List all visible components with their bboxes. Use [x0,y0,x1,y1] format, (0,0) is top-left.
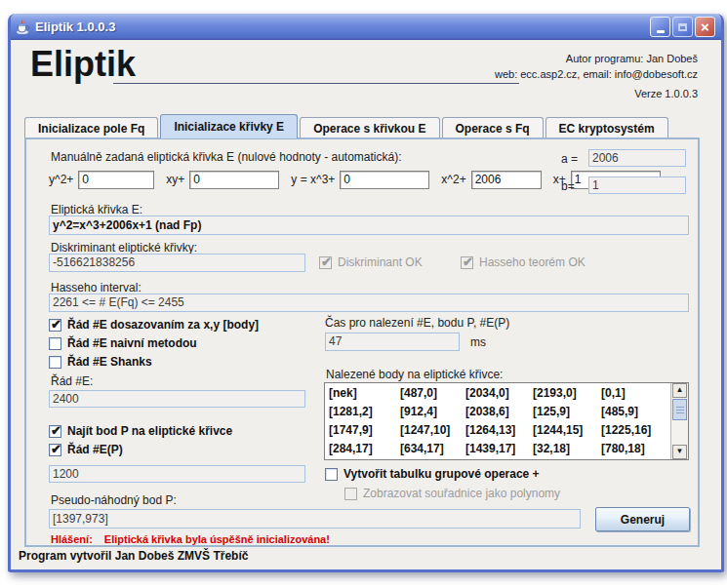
minimize-button[interactable] [650,17,670,37]
hasse-interval-field: 2261 <= # E(Fq) <= 2455 [49,294,689,312]
curve-label: Eliptická křivka E: [51,203,142,216]
pseudo-random-point-label: Pseudo-náhodný bod P: [51,493,177,507]
a-value-field: 2006 [588,149,686,167]
app-window: Eliptik 1.0.0.3 × Eliptik Autor programu… [8,14,724,572]
point-cell[interactable]: [nek] [329,386,400,400]
coef-a1-input[interactable] [78,171,154,189]
coef-a2-input[interactable] [340,171,429,189]
group-table-label: Vytvořit tabulku grupové operace + [343,467,540,481]
close-icon: × [701,20,709,34]
group-table-row: Vytvořit tabulku grupové operace + [325,467,540,481]
status-message: Hlášení:Eliptická křivka byla úspěšně in… [51,533,330,545]
window-client-area: Eliptik Autor programu: Jan Dobeš web: e… [11,40,721,569]
hasse-interval-label: Hasseho interval: [51,281,141,294]
order-e-value-field: 2400 [49,390,305,408]
order-method-naive-row: Řád #E naivní metodou [49,336,197,350]
point-cell[interactable]: [485,9] [601,405,669,418]
tab-inicializace-pole-fq[interactable]: Inicializace pole Fq [24,117,158,138]
order-method-shanks-checkbox[interactable] [49,356,61,369]
term-y2-label: y^2+ [49,173,73,186]
time-unit-label: ms [470,335,486,349]
coef-a4-input[interactable] [471,171,542,189]
order-ep-value-field: 1200 [49,465,305,483]
time-value-field: 47 [325,333,460,351]
version-text: Verze 1.0.0.3 [634,88,698,99]
maximize-icon [678,23,687,31]
order-e-label: Řád #E: [51,374,93,388]
tab-bar: Inicializace pole FqInicializace křivky … [24,114,670,137]
discriminant-value-field: -516621838256 [49,254,305,272]
curve-value-field: y^2=x^3+2006x+1 (nad Fp) [49,216,689,235]
point-cell[interactable]: [284,17] [329,442,400,455]
point-cell[interactable]: [1247,10] [400,423,465,437]
minimize-icon [657,30,665,33]
term-x3-label: y = x^3+ [291,173,335,186]
time-label: Čas pro nalezení #E, bodu P, #E(P) [325,316,509,330]
hasse-ok-label: Hasseho teorém OK [479,255,586,269]
status-bar: Program vytvořil Jan Dobeš ZMVŠ Třebíč [19,549,248,563]
found-points-label: Nalezené body na eliptické křivce: [326,368,503,381]
author-text: Autor programu: Jan Dobeš [495,51,698,66]
point-cell[interactable]: [2034,0] [465,386,533,400]
find-point-p-label: Najít bod P na eliptické křivce [67,424,232,438]
point-cell[interactable]: [912,4] [400,405,465,418]
order-ep-label: Řád #E(P) [67,443,123,456]
find-point-p-checkbox[interactable] [49,425,61,438]
scroll-up-icon[interactable]: ▲ [672,383,687,398]
java-icon [15,20,30,35]
poly-coords-label: Zobrazovat souřadnice jako polynomy [363,487,560,500]
point-cell[interactable]: [1747,9] [329,423,400,437]
points-row: [1747,9] [1247,10] [1264,13] [1244,15] [… [325,421,688,439]
point-cell[interactable]: [0,1] [601,386,669,400]
message-prefix: Hlášení: [51,533,93,545]
term-x2-label: x^2+ [441,173,465,186]
point-cell[interactable]: [32,18] [533,442,601,455]
tab-inicializace-krivky-e[interactable]: Inicializace křivky E [160,114,298,138]
point-cell[interactable]: [1244,15] [533,423,601,437]
point-cell[interactable]: [2038,6] [465,405,533,418]
point-cell[interactable]: [2193,0] [533,386,601,400]
tab-operace-s-fq[interactable]: Operace s Fq [442,117,544,138]
hasse-ok-checkbox [461,256,473,269]
order-method-naive-checkbox[interactable] [49,337,61,350]
order-method-substitution-checkbox[interactable] [49,319,61,332]
point-cell[interactable]: [1439,17] [465,442,533,455]
window-title: Eliptik 1.0.0.3 [35,20,650,34]
hasse-ok-checkbox-row: Hasseho teorém OK [461,255,586,269]
scrollbar-thumb[interactable] [672,399,687,420]
point-cell[interactable]: [125,9] [533,405,601,418]
order-ep-row: Řád #E(P) [49,443,123,456]
point-cell[interactable]: [1281,2] [329,405,400,418]
points-row: [1281,2] [912,4] [2038,6] [125,9] [485,9… [325,403,688,420]
order-method-shanks-row: Řád #E Shanks [49,355,152,369]
find-point-p-row: Najít bod P na eliptické křivce [49,424,232,438]
a-label: a = [561,152,578,166]
order-method-naive-label: Řád #E naivní metodou [67,336,197,350]
points-row: [nek] [487,0] [2034,0] [2193,0] [0,1] [325,384,688,402]
tab-operace-s-krivkou-e[interactable]: Operace s křivkou E [300,117,439,138]
group-table-checkbox[interactable] [325,468,338,481]
contact-text: web: ecc.asp2.cz, email: info@dobesoft.c… [495,66,698,82]
order-method-substitution-row: Řád #E dosazovaním za x,y [body] [49,318,259,332]
point-cell[interactable]: [487,0] [400,386,465,400]
generate-button[interactable]: Generuj [595,507,690,531]
point-cell[interactable]: [1264,13] [465,423,533,437]
points-scrollbar[interactable]: ▲ ▼ [670,383,688,459]
poly-coords-checkbox [344,488,357,500]
point-cell[interactable]: [1225,16] [601,423,669,437]
coef-a3-input[interactable] [189,171,279,189]
point-cell[interactable]: [634,17] [400,442,465,455]
discriminant-ok-checkbox [319,256,332,269]
point-cell[interactable]: [780,18] [601,442,669,455]
message-text: Eliptická křivka byla úspěšně inicializo… [104,533,330,545]
discriminant-ok-label: Diskriminant OK [338,255,423,269]
order-method-substitution-label: Řád #E dosazovaním za x,y [body] [67,318,259,332]
found-points-list[interactable]: [nek] [487,0] [2034,0] [2193,0] [0,1] [1… [324,382,689,460]
page-title: Eliptik [30,44,136,85]
scroll-down-icon[interactable]: ▼ [672,445,687,459]
close-button[interactable]: × [695,17,715,37]
tab-ec-kryptosystem[interactable]: EC kryptosystém [545,117,668,138]
maximize-button[interactable] [672,17,693,37]
b-value-field: 1 [588,176,686,194]
order-ep-checkbox[interactable] [49,444,61,456]
